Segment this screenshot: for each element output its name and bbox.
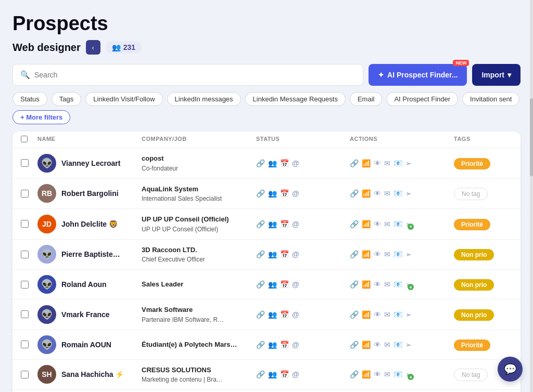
- people-icon[interactable]: 👥: [268, 341, 277, 349]
- mail-icon[interactable]: ✉: [384, 159, 390, 167]
- back-button[interactable]: ‹: [86, 40, 100, 55]
- link-icon[interactable]: 🔗: [256, 341, 265, 349]
- row-checkbox[interactable]: [21, 190, 29, 198]
- calendar-icon[interactable]: 📅: [280, 189, 289, 198]
- calendar-icon[interactable]: 📅: [280, 220, 289, 228]
- calendar-icon[interactable]: 📅: [280, 310, 289, 319]
- calendar-icon[interactable]: 📅: [280, 159, 289, 167]
- link-icon[interactable]: 🔗: [256, 310, 265, 319]
- tag-pill[interactable]: Non prio: [454, 279, 494, 291]
- send-icon[interactable]: ➢: [405, 250, 412, 258]
- tag-pill[interactable]: Non prio: [454, 309, 494, 321]
- connect-icon[interactable]: 🔗: [350, 250, 359, 258]
- envelope-icon[interactable]: 📧: [394, 250, 402, 258]
- at-icon[interactable]: @: [292, 220, 299, 228]
- link-icon[interactable]: 🔗: [256, 189, 265, 198]
- row-checkbox[interactable]: [21, 341, 29, 348]
- feed-icon[interactable]: 📶: [362, 220, 371, 228]
- filter-btn-linkedin-visit/follow[interactable]: LinkedIn Visit/Follow: [85, 92, 162, 106]
- envelope-icon[interactable]: 📧: [394, 310, 402, 319]
- filter-btn-invitation-sent[interactable]: Invitation sent: [462, 92, 519, 106]
- view-icon[interactable]: 👁: [374, 189, 381, 198]
- scrollbar-track[interactable]: [530, 0, 533, 392]
- mail-icon[interactable]: ✉: [384, 280, 390, 289]
- send-icon[interactable]: ➢: [405, 310, 412, 319]
- import-button[interactable]: Import ▾: [472, 64, 521, 86]
- people-icon[interactable]: 👥: [268, 310, 277, 319]
- feed-icon[interactable]: 📶: [362, 189, 371, 198]
- tag-pill[interactable]: No tag: [454, 369, 488, 381]
- more-filters-button[interactable]: + More filters: [12, 110, 70, 124]
- tag-pill[interactable]: Priorité: [454, 339, 490, 351]
- at-icon[interactable]: @: [292, 341, 299, 349]
- people-icon[interactable]: 👥: [268, 189, 277, 198]
- envelope-icon[interactable]: 📧: [394, 341, 402, 349]
- link-icon[interactable]: 🔗: [256, 159, 265, 167]
- feed-icon[interactable]: 📶: [362, 370, 371, 378]
- mail-icon[interactable]: ✉: [384, 310, 390, 319]
- ai-prospect-finder-button[interactable]: ✦ AI Prospect Finder... NEW: [369, 64, 467, 86]
- at-icon[interactable]: @: [292, 370, 299, 378]
- tag-pill[interactable]: No tag: [454, 188, 488, 200]
- send-icon[interactable]: ➢: [405, 189, 412, 198]
- connect-icon[interactable]: 🔗: [350, 159, 359, 167]
- filter-btn-linkedin-messages[interactable]: LinkedIn messages: [167, 92, 241, 106]
- mail-icon[interactable]: ✉: [384, 189, 390, 198]
- feed-icon[interactable]: 📶: [362, 310, 371, 319]
- filter-btn-linkedin-message-requests[interactable]: Linkedin Message Requests: [245, 92, 346, 106]
- calendar-icon[interactable]: 📅: [280, 341, 289, 349]
- tag-pill[interactable]: Priorité: [454, 219, 490, 230]
- row-checkbox[interactable]: [21, 310, 29, 318]
- people-icon[interactable]: 👥: [268, 370, 277, 378]
- filter-btn-tags[interactable]: Tags: [52, 92, 81, 106]
- filter-btn-ai-prospect-finder[interactable]: AI Prospect Finder: [386, 92, 458, 106]
- connect-icon[interactable]: 🔗: [350, 280, 359, 289]
- view-icon[interactable]: 👁: [374, 310, 381, 319]
- send-icon[interactable]: ➢: [405, 159, 412, 167]
- at-icon[interactable]: @: [292, 250, 299, 258]
- view-icon[interactable]: 👁: [374, 250, 381, 258]
- connect-icon[interactable]: 🔗: [350, 310, 359, 319]
- at-icon[interactable]: @: [292, 310, 299, 319]
- send-icon[interactable]: ➢4: [405, 370, 412, 378]
- view-icon[interactable]: 👁: [374, 280, 381, 289]
- envelope-icon[interactable]: 📧: [394, 370, 402, 378]
- view-icon[interactable]: 👁: [374, 159, 381, 167]
- at-icon[interactable]: @: [292, 189, 299, 198]
- link-icon[interactable]: 🔗: [256, 280, 265, 289]
- feed-icon[interactable]: 📶: [362, 159, 371, 167]
- connect-icon[interactable]: 🔗: [350, 341, 359, 349]
- mail-icon[interactable]: ✉: [384, 250, 390, 258]
- envelope-icon[interactable]: 📧: [394, 220, 402, 228]
- send-icon[interactable]: ➢4: [405, 280, 412, 289]
- mail-icon[interactable]: ✉: [384, 220, 390, 228]
- feed-icon[interactable]: 📶: [362, 341, 371, 349]
- tag-pill[interactable]: Priorité: [454, 158, 490, 169]
- connect-icon[interactable]: 🔗: [350, 370, 359, 378]
- search-input[interactable]: [34, 71, 356, 79]
- view-icon[interactable]: 👁: [374, 341, 381, 349]
- row-checkbox[interactable]: [21, 220, 29, 228]
- calendar-icon[interactable]: 📅: [280, 280, 289, 289]
- feed-icon[interactable]: 📶: [362, 250, 371, 258]
- envelope-icon[interactable]: 📧: [394, 189, 402, 198]
- send-icon[interactable]: ➢4: [405, 220, 412, 228]
- view-icon[interactable]: 👁: [374, 220, 381, 228]
- view-icon[interactable]: 👁: [374, 370, 381, 378]
- mail-icon[interactable]: ✉: [384, 370, 390, 378]
- row-checkbox[interactable]: [21, 281, 29, 289]
- row-checkbox[interactable]: [21, 159, 29, 167]
- calendar-icon[interactable]: 📅: [280, 250, 289, 258]
- mail-icon[interactable]: ✉: [384, 341, 390, 349]
- people-icon[interactable]: 👥: [268, 250, 277, 258]
- people-icon[interactable]: 👥: [268, 220, 277, 228]
- tag-pill[interactable]: Non prio: [454, 249, 494, 260]
- envelope-icon[interactable]: 📧: [394, 159, 402, 167]
- filter-btn-status[interactable]: Status: [12, 92, 47, 106]
- chat-button[interactable]: 💬: [498, 357, 523, 382]
- calendar-icon[interactable]: 📅: [280, 370, 289, 378]
- row-checkbox[interactable]: [21, 251, 29, 258]
- filter-btn-email[interactable]: Email: [350, 92, 383, 106]
- at-icon[interactable]: @: [292, 280, 299, 289]
- at-icon[interactable]: @: [292, 159, 299, 167]
